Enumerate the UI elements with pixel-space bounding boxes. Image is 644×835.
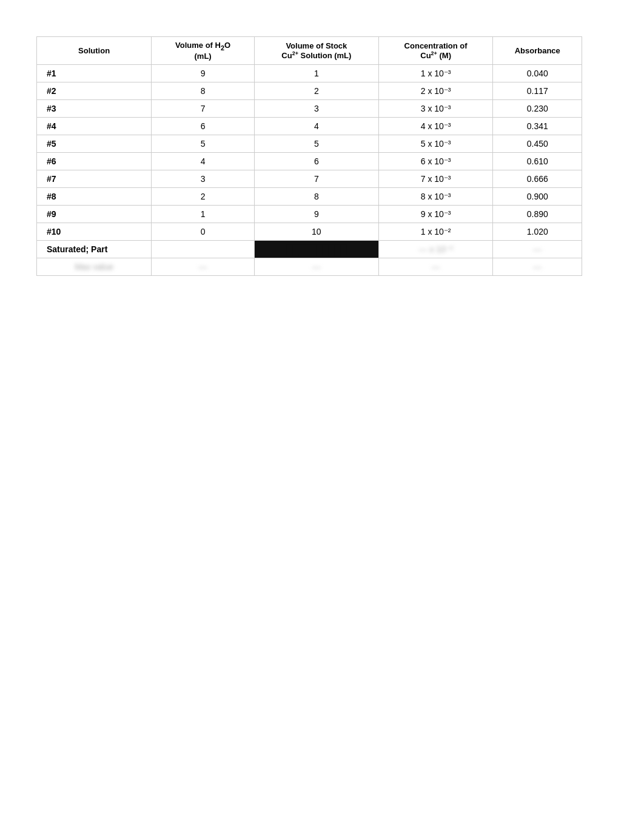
- cell-concentration: 7 x 10⁻³: [378, 170, 493, 187]
- cell-concentration: 3 x 10⁻³: [378, 99, 493, 117]
- cell-solution: #2: [37, 82, 152, 99]
- table-row-extra: Max value————: [37, 258, 582, 275]
- cell-saturated-h2o: [152, 240, 255, 258]
- table-row: #3733 x 10⁻³0.230: [37, 99, 582, 117]
- header-solution: Solution: [37, 37, 152, 65]
- cell-absorbance: 1.020: [493, 223, 582, 240]
- cell-solution: #10: [37, 223, 152, 240]
- table-row: #6466 x 10⁻³0.610: [37, 152, 582, 170]
- table-header-row: Solution Volume of H2O(mL) Volume of Sto…: [37, 37, 582, 65]
- table-row: #1911 x 10⁻³0.040: [37, 64, 582, 82]
- cell-solution: #5: [37, 135, 152, 152]
- cell-h2o: 3: [152, 170, 255, 187]
- cell-stock: 5: [254, 135, 378, 152]
- header-h2o: Volume of H2O(mL): [152, 37, 255, 65]
- cell-solution: #9: [37, 205, 152, 223]
- cell-absorbance: 0.341: [493, 117, 582, 135]
- cell-saturated-concentration: — x 10⁻³: [378, 240, 493, 258]
- table-row: #7377 x 10⁻³0.666: [37, 170, 582, 187]
- table-row: #9199 x 10⁻³0.890: [37, 205, 582, 223]
- cell-stock: 10: [254, 223, 378, 240]
- cell-solution: #1: [37, 64, 152, 82]
- cell-solution: #7: [37, 170, 152, 187]
- cell-h2o: 7: [152, 99, 255, 117]
- cell-concentration: 5 x 10⁻³: [378, 135, 493, 152]
- cell-absorbance: 0.890: [493, 205, 582, 223]
- cell-absorbance: 0.450: [493, 135, 582, 152]
- cell-stock: 7: [254, 170, 378, 187]
- cell-h2o: 4: [152, 152, 255, 170]
- cell-saturated-label: Saturated; Part: [37, 240, 152, 258]
- cell-stock: 1: [254, 64, 378, 82]
- table-row: #8288 x 10⁻³0.900: [37, 187, 582, 205]
- table-row-saturated: Saturated; Part██████████— x 10⁻³—: [37, 240, 582, 258]
- cell-solution: #3: [37, 99, 152, 117]
- cell-concentration: 1 x 10⁻³: [378, 64, 493, 82]
- cell-concentration: 4 x 10⁻³: [378, 117, 493, 135]
- cell-extra-0: Max value: [37, 258, 152, 275]
- header-stock: Volume of StockCu2+ Solution (mL): [254, 37, 378, 65]
- cell-h2o: 8: [152, 82, 255, 99]
- cell-concentration: 9 x 10⁻³: [378, 205, 493, 223]
- table-row: #5555 x 10⁻³0.450: [37, 135, 582, 152]
- cell-extra-4: —: [493, 258, 582, 275]
- cell-stock: 9: [254, 205, 378, 223]
- data-table-container: Solution Volume of H2O(mL) Volume of Sto…: [36, 36, 582, 276]
- cell-extra-3: —: [378, 258, 493, 275]
- cell-saturated-stock: ██████████: [254, 240, 378, 258]
- cell-stock: 8: [254, 187, 378, 205]
- cell-absorbance: 0.610: [493, 152, 582, 170]
- solutions-table: Solution Volume of H2O(mL) Volume of Sto…: [36, 36, 582, 276]
- cell-concentration: 1 x 10⁻²: [378, 223, 493, 240]
- cell-solution: #4: [37, 117, 152, 135]
- cell-absorbance: 0.117: [493, 82, 582, 99]
- cell-solution: #6: [37, 152, 152, 170]
- cell-h2o: 9: [152, 64, 255, 82]
- table-row: #4644 x 10⁻³0.341: [37, 117, 582, 135]
- cell-stock: 2: [254, 82, 378, 99]
- cell-absorbance: 0.230: [493, 99, 582, 117]
- cell-h2o: 0: [152, 223, 255, 240]
- cell-solution: #8: [37, 187, 152, 205]
- cell-h2o: 6: [152, 117, 255, 135]
- cell-saturated-absorbance: —: [493, 240, 582, 258]
- cell-absorbance: 0.666: [493, 170, 582, 187]
- header-concentration: Concentration ofCu2+ (M): [378, 37, 493, 65]
- cell-stock: 6: [254, 152, 378, 170]
- cell-extra-2: —: [254, 258, 378, 275]
- cell-absorbance: 0.040: [493, 64, 582, 82]
- cell-concentration: 8 x 10⁻³: [378, 187, 493, 205]
- cell-h2o: 5: [152, 135, 255, 152]
- table-row: #2822 x 10⁻³0.117: [37, 82, 582, 99]
- cell-h2o: 1: [152, 205, 255, 223]
- cell-stock: 3: [254, 99, 378, 117]
- table-row: #100101 x 10⁻²1.020: [37, 223, 582, 240]
- cell-concentration: 2 x 10⁻³: [378, 82, 493, 99]
- cell-stock: 4: [254, 117, 378, 135]
- cell-extra-1: —: [152, 258, 255, 275]
- cell-absorbance: 0.900: [493, 187, 582, 205]
- cell-h2o: 2: [152, 187, 255, 205]
- header-absorbance: Absorbance: [493, 37, 582, 65]
- cell-concentration: 6 x 10⁻³: [378, 152, 493, 170]
